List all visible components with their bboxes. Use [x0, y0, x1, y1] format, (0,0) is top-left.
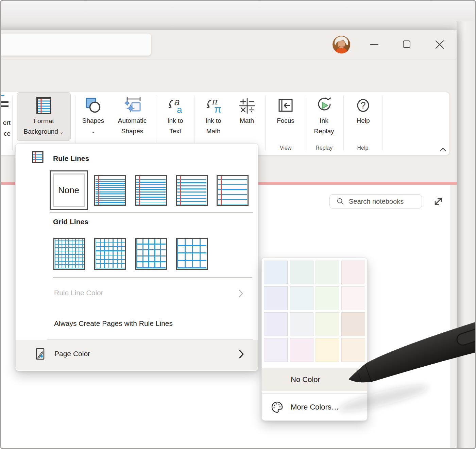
- shapes-label: Shapes: [82, 115, 104, 126]
- color-swatch[interactable]: [316, 312, 339, 336]
- color-swatch-grid: [264, 261, 365, 362]
- ink-to-text-icon: a a: [166, 96, 185, 115]
- always-create-rule-lines-item[interactable]: Always Create Pages with Rule Lines: [54, 319, 173, 328]
- color-swatch[interactable]: [316, 261, 339, 284]
- color-swatch[interactable]: [290, 286, 313, 310]
- stage: ert ce Format Background⌄: [1, 1, 475, 448]
- rule-lines-preview: [136, 179, 166, 204]
- color-swatch[interactable]: [316, 338, 339, 362]
- close-icon: [435, 40, 444, 49]
- help-icon: ?: [354, 96, 373, 115]
- clipped-icon-line1: [1, 101, 8, 103]
- rule-line-option[interactable]: [217, 175, 249, 206]
- color-swatch[interactable]: [264, 338, 288, 362]
- margin-line-preview: [180, 176, 181, 205]
- page-color-label: Page Color: [54, 350, 90, 358]
- grid-line-option[interactable]: [176, 238, 208, 270]
- chevron-up-icon: [439, 147, 447, 152]
- ink-replay-icon: [314, 96, 334, 115]
- color-swatch[interactable]: [290, 312, 313, 336]
- rule-lines-icon: [31, 151, 44, 164]
- grid-line-option[interactable]: [94, 238, 126, 270]
- color-swatch[interactable]: [341, 312, 365, 336]
- color-swatch[interactable]: [316, 286, 339, 310]
- format-background-label-2: Background⌄: [24, 126, 64, 137]
- more-colors-item[interactable]: More Colors…: [262, 394, 367, 420]
- title-search-box[interactable]: [1, 33, 151, 56]
- color-swatch[interactable]: [290, 261, 313, 284]
- more-colors-label: More Colors…: [291, 403, 339, 412]
- close-button[interactable]: [435, 40, 444, 49]
- automatic-shapes-label-2: Shapes: [121, 126, 143, 136]
- format-background-menu: Rule Lines None Grid Lines Rule Line Col…: [15, 143, 258, 371]
- format-background-icon: [34, 96, 53, 116]
- group-label-view: View: [265, 145, 306, 151]
- svg-text:π: π: [214, 103, 221, 115]
- rule-line-color-item: Rule Line Color: [54, 289, 103, 297]
- grid-line-option[interactable]: [135, 238, 167, 270]
- color-swatch[interactable]: [341, 286, 365, 310]
- ribbon-separator: [305, 96, 305, 150]
- avatar[interactable]: [333, 36, 350, 53]
- ribbon-separator: [194, 96, 194, 150]
- expand-diagonal-icon: [433, 196, 444, 207]
- shapes-button[interactable]: Shapes ⌄: [76, 92, 110, 141]
- color-swatch[interactable]: [264, 261, 288, 284]
- no-color-item[interactable]: No Color: [262, 368, 367, 391]
- menu-separator: [50, 212, 253, 213]
- automatic-shapes-icon: [122, 96, 142, 115]
- svg-text:a: a: [177, 104, 182, 115]
- search-notebooks-box[interactable]: [329, 194, 422, 209]
- ink-to-math-icon: π π: [204, 96, 223, 115]
- search-input[interactable]: [348, 197, 421, 206]
- help-button[interactable]: ? Help: [347, 92, 379, 141]
- math-button[interactable]: Math: [233, 92, 261, 141]
- format-background-button[interactable]: Format Background⌄: [17, 92, 71, 141]
- maximize-button[interactable]: [403, 40, 410, 48]
- rule-line-option[interactable]: [176, 175, 208, 206]
- clipped-icon-line2: [1, 105, 8, 107]
- ink-replay-button[interactable]: Ink Replay: [307, 92, 341, 141]
- palette-icon: [271, 401, 284, 414]
- ribbon-separator: [75, 96, 75, 150]
- insert-space-button-clipped[interactable]: ert: [1, 119, 11, 127]
- grid-line-option[interactable]: [53, 238, 85, 270]
- rule-line-option[interactable]: [135, 175, 167, 206]
- minimize-button[interactable]: [370, 44, 378, 45]
- grid-preview: [177, 239, 206, 268]
- ink-to-text-button[interactable]: a a Ink to Text: [159, 92, 191, 141]
- screenshot-frame: ert ce Format Background⌄: [0, 0, 476, 449]
- focus-icon: [276, 96, 295, 115]
- automatic-shapes-button[interactable]: Automatic Shapes: [112, 92, 153, 141]
- math-icon: [237, 96, 256, 115]
- rule-lines-preview: [96, 179, 125, 204]
- group-label-replay: Replay: [304, 145, 344, 151]
- dropdown-chevron-icon: ⌄: [60, 129, 64, 135]
- grid-lines-heading: Grid Lines: [53, 218, 88, 226]
- color-swatch[interactable]: [264, 286, 288, 310]
- grid-preview: [55, 239, 84, 268]
- focus-button[interactable]: Focus: [270, 92, 302, 141]
- ribbon-separator: [156, 96, 156, 150]
- no-color-label: No Color: [291, 375, 320, 384]
- ink-to-text-label-2: Text: [169, 126, 181, 136]
- color-swatch[interactable]: [264, 312, 288, 336]
- rule-line-option-none[interactable]: None: [50, 170, 88, 210]
- focus-label: Focus: [277, 115, 294, 126]
- expand-page-button[interactable]: [433, 196, 444, 207]
- rule-lines-preview: [218, 179, 247, 204]
- menu-separator: [53, 277, 252, 278]
- rule-lines-heading: Rule Lines: [53, 154, 89, 163]
- color-swatch[interactable]: [341, 261, 365, 284]
- color-swatch[interactable]: [341, 338, 365, 362]
- window-right-margin-line: [451, 185, 451, 448]
- ink-to-math-button[interactable]: π π Ink to Math: [198, 92, 229, 141]
- collapse-ribbon-button[interactable]: [439, 147, 447, 152]
- grid-preview: [96, 239, 125, 268]
- ribbon-separator: [12, 96, 13, 150]
- rule-line-option[interactable]: [94, 175, 126, 206]
- ink-replay-label-1: Ink: [320, 115, 328, 126]
- color-swatch[interactable]: [290, 338, 313, 362]
- avatar-photo: [333, 36, 350, 53]
- page-color-item[interactable]: Page Color: [16, 340, 258, 370]
